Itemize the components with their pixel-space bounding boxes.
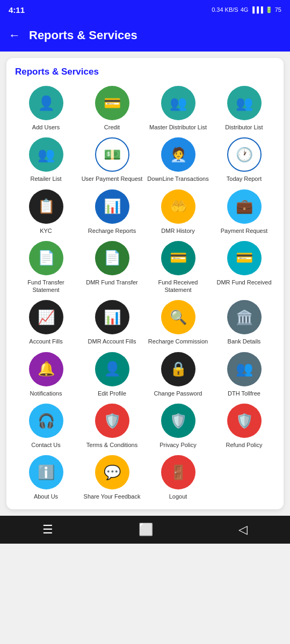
grid-item-privacy-policy[interactable]: 🛡️Privacy Policy bbox=[147, 404, 209, 449]
bottom-nav: ☰ ⬜ ◁ bbox=[0, 516, 290, 544]
grid-item-distributor-list[interactable]: 👥Distributor List bbox=[213, 86, 275, 131]
grid-item-dmr-account-fills[interactable]: 📊DMR Account Fills bbox=[81, 300, 143, 345]
nav-home[interactable]: ⬜ bbox=[139, 523, 153, 537]
grid-item-dmr-fund-transfer[interactable]: 📄DMR Fund Transfer bbox=[81, 241, 143, 294]
master-distributor-list-label: Master Distributor List bbox=[149, 123, 207, 131]
edit-profile-icon: 👤 bbox=[95, 352, 129, 386]
privacy-policy-icon: 🛡️ bbox=[161, 404, 195, 438]
battery-icon: 🔋 bbox=[265, 6, 273, 13]
grid-item-payment-request[interactable]: 💼Payment Request bbox=[213, 189, 275, 235]
account-fills-icon: 📈 bbox=[29, 300, 63, 334]
user-payment-request-label: User Payment Request bbox=[82, 175, 143, 182]
grid-item-credit[interactable]: 💳Credit bbox=[81, 86, 143, 131]
dmr-account-fills-label: DMR Account Fills bbox=[88, 338, 136, 345]
dmr-fund-received-label: DMR Fund Received bbox=[216, 279, 271, 286]
status-time: 4:11 bbox=[9, 5, 25, 14]
distributor-list-icon: 👥 bbox=[227, 86, 262, 120]
logout-label: Logout bbox=[169, 493, 187, 500]
grid-item-dth-tollfree[interactable]: 👥DTH Tollfree bbox=[213, 352, 275, 397]
credit-label: Credit bbox=[104, 123, 120, 131]
credit-icon: 💳 bbox=[95, 86, 129, 120]
dth-tollfree-icon: 👥 bbox=[227, 352, 262, 386]
recharge-reports-label: Recharge Reports bbox=[88, 227, 136, 235]
main-content: Reports & Services 👤Add Users💳Credit👥Mas… bbox=[6, 58, 284, 509]
kyc-label: KYC bbox=[40, 227, 52, 235]
logout-icon: 🚪 bbox=[161, 455, 195, 489]
retailer-list-label: Retailer List bbox=[30, 175, 61, 182]
contact-us-label: Contact Us bbox=[31, 441, 60, 449]
change-password-icon: 🔒 bbox=[161, 352, 195, 386]
downline-transactions-icon: 🧑‍💼 bbox=[161, 137, 195, 172]
today-report-icon: 🕐 bbox=[227, 137, 262, 172]
distributor-list-label: Distributor List bbox=[225, 123, 263, 131]
nav-back[interactable]: ◁ bbox=[238, 523, 248, 537]
grid-item-logout[interactable]: 🚪Logout bbox=[147, 455, 209, 500]
about-us-icon: ℹ️ bbox=[29, 455, 63, 489]
recharge-commission-label: Recharge Commission bbox=[148, 338, 208, 345]
payment-request-label: Payment Request bbox=[221, 227, 267, 235]
grid-item-recharge-reports[interactable]: 📊Recharge Reports bbox=[81, 189, 143, 235]
grid-item-user-payment-request[interactable]: 💵User Payment Request bbox=[81, 137, 143, 182]
grid-item-fund-received-statement[interactable]: 💳Fund Received Statement bbox=[147, 241, 209, 294]
fund-received-statement-icon: 💳 bbox=[161, 241, 195, 275]
recharge-reports-icon: 📊 bbox=[95, 189, 129, 224]
retailer-list-icon: 👥 bbox=[29, 137, 63, 172]
grid-item-retailer-list[interactable]: 👥Retailer List bbox=[15, 137, 77, 182]
account-fills-label: Account Fills bbox=[29, 338, 62, 345]
grid-item-master-distributor-list[interactable]: 👥Master Distributor List bbox=[147, 86, 209, 131]
dmr-history-label: DMR History bbox=[161, 227, 194, 235]
grid-item-contact-us[interactable]: 🎧Contact Us bbox=[15, 404, 77, 449]
grid-item-terms-conditions[interactable]: 🛡️Terms & Conditions bbox=[81, 404, 143, 449]
grid-item-refund-policy[interactable]: 🛡️Refund Policy bbox=[213, 404, 275, 449]
terms-conditions-icon: 🛡️ bbox=[95, 404, 129, 438]
share-feedback-label: Share Your Feedback bbox=[84, 493, 141, 500]
privacy-policy-label: Privacy Policy bbox=[160, 441, 196, 449]
nav-menu[interactable]: ☰ bbox=[42, 523, 53, 537]
about-us-label: About Us bbox=[34, 493, 58, 500]
grid-item-account-fills[interactable]: 📈Account Fills bbox=[15, 300, 77, 345]
network-speed: 0.34 KB/S bbox=[212, 6, 238, 13]
services-grid: 👤Add Users💳Credit👥Master Distributor Lis… bbox=[15, 86, 275, 501]
terms-conditions-label: Terms & Conditions bbox=[86, 441, 137, 449]
battery-level: 75 bbox=[275, 6, 281, 13]
grid-item-downline-transactions[interactable]: 🧑‍💼DownLine Transactions bbox=[147, 137, 209, 182]
header-title: Reports & Services bbox=[29, 28, 137, 42]
dmr-history-icon: 🤲 bbox=[161, 189, 195, 224]
contact-us-icon: 🎧 bbox=[29, 404, 63, 438]
grid-item-fund-transfer-statement[interactable]: 📄Fund Transfer Statement bbox=[15, 241, 77, 294]
bank-details-label: Bank Details bbox=[228, 338, 261, 345]
add-users-label: Add Users bbox=[32, 123, 60, 131]
fund-transfer-statement-label: Fund Transfer Statement bbox=[15, 279, 77, 294]
grid-item-change-password[interactable]: 🔒Change Password bbox=[147, 352, 209, 397]
grid-item-edit-profile[interactable]: 👤Edit Profile bbox=[81, 352, 143, 397]
grid-item-dmr-history[interactable]: 🤲DMR History bbox=[147, 189, 209, 235]
grid-item-today-report[interactable]: 🕐Today Report bbox=[213, 137, 275, 182]
payment-request-icon: 💼 bbox=[227, 189, 262, 224]
dmr-fund-received-icon: 💳 bbox=[227, 241, 262, 275]
grid-item-share-feedback[interactable]: 💬Share Your Feedback bbox=[81, 455, 143, 500]
grid-item-bank-details[interactable]: 🏛️Bank Details bbox=[213, 300, 275, 345]
grid-item-add-users[interactable]: 👤Add Users bbox=[15, 86, 77, 131]
grid-item-notifications[interactable]: 🔔Notifications bbox=[15, 352, 77, 397]
grid-item-about-us[interactable]: ℹ️About Us bbox=[15, 455, 77, 500]
downline-transactions-label: DownLine Transactions bbox=[147, 175, 208, 182]
dmr-account-fills-icon: 📊 bbox=[95, 300, 129, 334]
fund-transfer-statement-icon: 📄 bbox=[29, 241, 63, 275]
grid-item-dmr-fund-received[interactable]: 💳DMR Fund Received bbox=[213, 241, 275, 294]
grid-item-recharge-commission[interactable]: 🔍Recharge Commission bbox=[147, 300, 209, 345]
status-icons: 0.34 KB/S 4G ▐▐▐ 🔋 75 bbox=[212, 6, 281, 13]
app-header: ← Reports & Services bbox=[0, 19, 290, 52]
master-distributor-list-icon: 👥 bbox=[161, 86, 195, 120]
change-password-label: Change Password bbox=[154, 390, 202, 397]
notifications-label: Notifications bbox=[30, 390, 62, 397]
share-feedback-icon: 💬 bbox=[95, 455, 129, 489]
recharge-commission-icon: 🔍 bbox=[161, 300, 195, 334]
dth-tollfree-label: DTH Tollfree bbox=[228, 390, 260, 397]
refund-policy-label: Refund Policy bbox=[226, 441, 263, 449]
today-report-label: Today Report bbox=[227, 175, 262, 182]
add-users-icon: 👤 bbox=[29, 86, 63, 120]
fund-received-statement-label: Fund Received Statement bbox=[147, 279, 209, 294]
notifications-icon: 🔔 bbox=[29, 352, 63, 386]
grid-item-kyc[interactable]: 📋KYC bbox=[15, 189, 77, 235]
back-button[interactable]: ← bbox=[9, 28, 20, 42]
